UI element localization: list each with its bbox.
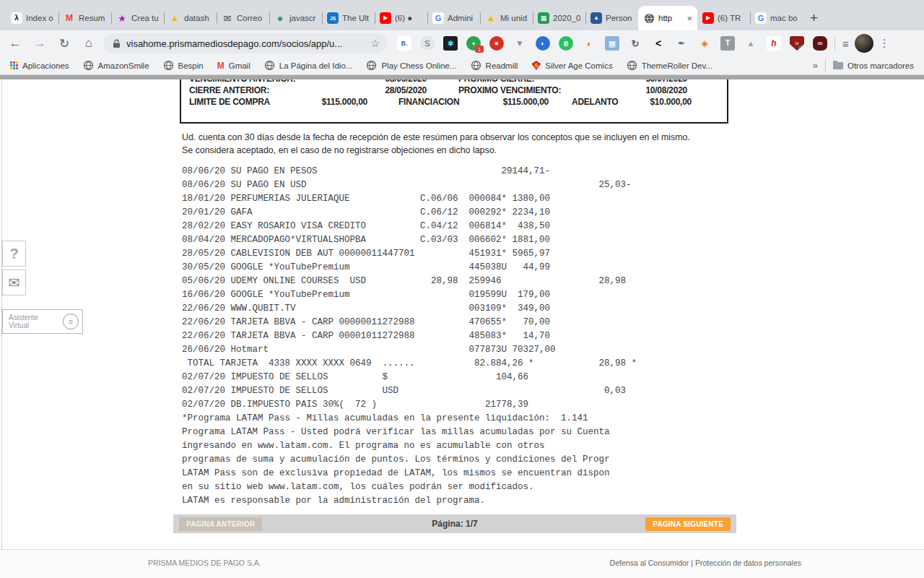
bookmark-silver-age-comics[interactable]: SSilver Age Comics (531, 60, 612, 71)
tab-label: (6) TR (718, 14, 745, 22)
purple-star-favicon: ★ (116, 12, 128, 24)
envelope-icon: ✉ (9, 275, 20, 291)
tab-13[interactable]: ▶(6) TR (697, 6, 750, 30)
bookmark-bespin[interactable]: Bespin (163, 60, 204, 71)
bookmark-label: Silver Age Comics (545, 61, 612, 70)
tab-1[interactable]: MResum (58, 6, 111, 30)
google-favicon: G (755, 12, 767, 24)
virtual-assistant-button[interactable]: Asistente Virtual ≡ (2, 309, 83, 334)
drive-favicon: ▲ (485, 12, 497, 24)
reload-icon[interactable]: ↻ (55, 34, 74, 53)
tab-label: datash (184, 14, 212, 22)
globe-icon (83, 60, 94, 71)
globe-icon (627, 60, 637, 71)
lambda-favicon: λ (11, 12, 22, 24)
cierre-anterior-label: CIERRE ANTERIOR: (189, 85, 269, 95)
bookmark-star-icon[interactable]: ☆ (370, 38, 380, 49)
address-bar[interactable]: visahome.prismamediosdepago.com/socios/a… (104, 33, 387, 53)
tab-label: Correo (237, 14, 264, 22)
sync-icon[interactable]: ↻ (628, 36, 642, 51)
youtube-favicon: ▶ (380, 12, 391, 24)
tab-5[interactable]: ●javascr (269, 6, 322, 30)
home-icon[interactable]: ⌂ (79, 34, 98, 53)
playlist-icon[interactable]: ≡ (842, 38, 849, 50)
profile-avatar[interactable] (855, 34, 873, 53)
bookmark-readmill[interactable]: Readmill (471, 60, 518, 71)
proximo-cierre-label: PROXIMO CIERRE: (458, 79, 535, 84)
toolbar-divider (834, 37, 835, 50)
b-ext-icon[interactable]: B. (397, 36, 411, 51)
tab-9[interactable]: ▲Mi unid (480, 6, 533, 30)
tab-active[interactable]: http× (638, 6, 697, 30)
contact-mail-button[interactable]: ✉ (2, 269, 26, 296)
bookmarks-overflow-icon[interactable]: » (813, 60, 818, 71)
footer-company: PRISMA MEDIOS DE PAGO S.A. (148, 558, 261, 567)
new-tab-button[interactable]: + (810, 6, 818, 30)
google-favicon: G (432, 12, 444, 24)
mask-icon[interactable]: ∞ (813, 36, 827, 51)
s-ext-icon[interactable]: S (420, 36, 435, 51)
rss-icon[interactable]: ◗ (582, 36, 596, 51)
back-icon[interactable]: ← (6, 34, 25, 53)
tab-close-icon[interactable]: × (687, 13, 692, 24)
t-ext-icon[interactable]: T (720, 36, 735, 51)
bookmark-themeroller-dev-[interactable]: ThemeRoller Dev... (627, 60, 712, 71)
tab-6[interactable]: JSThe Ult (322, 6, 375, 30)
green-globe-favicon: ● (274, 12, 286, 24)
help-icon: ? (9, 246, 18, 262)
chrome-menu-icon[interactable]: ⋮ (879, 37, 890, 50)
youtube-favicon: ▶ (702, 12, 714, 24)
other-bookmarks-button[interactable]: Otros marcadores (833, 61, 914, 70)
gmail-favicon: M (64, 12, 75, 24)
onetab-icon[interactable]: ▼1 (466, 36, 481, 51)
drive-ext-icon[interactable]: ▲ (744, 36, 758, 51)
photo-ext-icon[interactable]: ▦ (605, 36, 619, 51)
tab-8[interactable]: GAdmini (427, 6, 480, 30)
superman-shield-icon: S (531, 61, 541, 70)
bookmark-la-p-gina-del-idio-[interactable]: La Página del Idio... (264, 60, 353, 71)
tab-3[interactable]: ▲datash (164, 6, 217, 30)
statement-page: VENCIMIENTO ANTERIOR: 08/06/2020 PROXIMO… (0, 79, 924, 578)
bookmark-aplicaciones[interactable]: Aplicaciones (10, 60, 69, 71)
tab-label: mac bo (770, 14, 798, 22)
o-ext-icon[interactable]: ◐ (536, 36, 550, 51)
bookmark-amazonsmile[interactable]: AmazonSmile (83, 60, 149, 71)
footer-links[interactable]: Defensa al Consumidor | Protección de da… (610, 558, 801, 567)
tab-10[interactable]: ▦2020_0 (533, 6, 585, 30)
tab-label: Admini (448, 14, 475, 22)
colorful-ext-icon[interactable]: ◈ (697, 36, 712, 51)
stop-hand-icon[interactable]: ◼ (489, 36, 504, 51)
bookmark-gmail[interactable]: MGmail (217, 60, 250, 71)
cierre-anterior-value: 28/05/2020 (311, 85, 427, 95)
globe-icon (366, 60, 377, 71)
tab-0[interactable]: λIndex o (6, 6, 58, 30)
angle-bracket-icon[interactable]: < (651, 36, 666, 51)
bookmarks-right: » Otros marcadores (813, 60, 914, 72)
tab-label: http (658, 14, 683, 22)
folder-icon (833, 62, 843, 69)
eyedropper-icon[interactable]: ✒ (674, 36, 689, 51)
forward-icon[interactable]: → (30, 34, 49, 53)
bookmarks-items: AplicacionesAmazonSmileBespinMGmailLa Pá… (10, 60, 712, 71)
tab-11[interactable]: ▲Person (585, 6, 638, 30)
extension-badge: 1 (475, 46, 484, 53)
evernote-icon[interactable]: e (559, 36, 573, 51)
v-ext-icon[interactable]: ▼ (513, 36, 527, 51)
hackerrank-icon[interactable]: h (767, 36, 781, 51)
tab-7[interactable]: ▶(6) ● (375, 6, 427, 30)
tab-14[interactable]: Gmac bo (750, 6, 803, 30)
extensions-row: B.S✱▼1◼▼◐e◗▦↻<✒◈T▲hu1∞ (397, 36, 827, 51)
tab-label: (6) ● (395, 14, 422, 22)
globe-icon (471, 60, 481, 71)
bookmark-play-chess-online-[interactable]: Play Chess Online... (366, 60, 456, 71)
tab-label: Person (606, 14, 633, 22)
acceptance-notice: Ud. cuenta con 30 días desde la fecha de… (182, 131, 696, 157)
financiacion-value: $115.000,00 (433, 97, 549, 107)
tab-2[interactable]: ★Crea tu (111, 6, 164, 30)
react-devtools-icon[interactable]: ✱ (443, 36, 458, 51)
tab-4[interactable]: ✉Correo (217, 6, 269, 30)
ublock-icon[interactable]: u1 (790, 36, 804, 51)
help-button[interactable]: ? (2, 241, 26, 267)
tab-label: Mi unid (500, 14, 528, 22)
next-page-button[interactable]: PAGINA SIGUIENTE (645, 517, 731, 531)
